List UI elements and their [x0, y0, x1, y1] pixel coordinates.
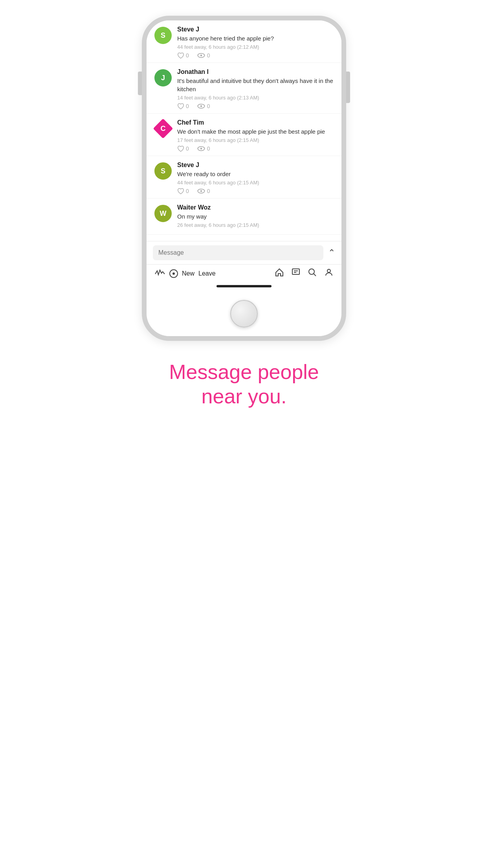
avatar: S [154, 162, 172, 180]
new-button[interactable]: New [182, 270, 194, 277]
eye-icon [197, 53, 205, 58]
svg-point-3 [200, 105, 202, 107]
svg-point-5 [200, 148, 202, 149]
table-row: J Jonathan I It's beautiful and intuitiv… [147, 63, 341, 114]
message-text: We're ready to order [177, 170, 334, 178]
message-author: Jonathan I [177, 68, 334, 75]
tagline-line1: Message people [169, 360, 319, 383]
phone-shell: S Steve J Has anyone here tried the appl… [142, 16, 346, 341]
dot-inner [172, 272, 175, 275]
heart-icon [177, 103, 184, 109]
message-author: Chef Tim [177, 119, 334, 126]
expand-button[interactable]: ⌃ [328, 248, 335, 258]
message-author: Steve J [177, 162, 334, 169]
like-action[interactable]: 0 [177, 188, 189, 194]
like-count: 0 [186, 103, 189, 109]
message-meta: 14 feet away, 6 hours ago (2:13 AM) [177, 95, 334, 101]
like-action[interactable]: 0 [177, 52, 189, 59]
view-count: 0 [207, 52, 210, 59]
svg-line-12 [314, 274, 316, 276]
message-meta: 44 feet away, 6 hours ago (2:12 AM) [177, 44, 334, 50]
like-action[interactable]: 0 [177, 103, 189, 109]
home-bar-indicator [216, 285, 272, 287]
tagline: Message people near you. [145, 360, 343, 409]
message-meta: 44 feet away, 6 hours ago (2:15 AM) [177, 180, 334, 186]
messages-list: S Steve J Has anyone here tried the appl… [147, 20, 341, 239]
heart-icon [177, 52, 184, 59]
message-meta: 26 feet away, 6 hours ago (2:15 AM) [177, 222, 334, 228]
svg-rect-8 [292, 269, 299, 274]
home-icon[interactable] [275, 268, 284, 280]
view-action: 0 [197, 52, 210, 59]
nav-right [275, 268, 334, 280]
search-icon[interactable] [308, 268, 317, 280]
message-actions: 0 0 [177, 103, 334, 109]
avatar: C [154, 120, 172, 137]
avatar: S [154, 27, 172, 44]
message-text: Has anyone here tried the apple pie? [177, 34, 334, 42]
svg-point-1 [200, 55, 202, 56]
eye-icon [197, 188, 205, 194]
message-actions: 0 0 [177, 188, 334, 194]
like-count: 0 [186, 188, 189, 194]
table-row: W Waiter Woz On my way 26 feet away, 6 h… [147, 199, 341, 235]
message-text: We don't make the most apple pie just th… [177, 127, 334, 136]
view-count: 0 [207, 103, 210, 109]
view-action: 0 [197, 188, 210, 194]
svg-point-7 [200, 190, 202, 192]
view-count: 0 [207, 145, 210, 152]
message-meta: 17 feet away, 6 hours ago (2:15 AM) [177, 137, 334, 143]
message-author: Steve J [177, 26, 334, 33]
view-count: 0 [207, 188, 210, 194]
heart-icon [177, 188, 184, 194]
message-content: Chef Tim We don't make the most apple pi… [177, 119, 334, 152]
like-action[interactable]: 0 [177, 145, 189, 152]
screen: S Steve J Has anyone here tried the appl… [147, 20, 341, 293]
message-text: On my way [177, 212, 334, 221]
tagline-line2: near you. [202, 385, 287, 408]
activity-icon[interactable] [154, 268, 165, 279]
like-count: 0 [186, 52, 189, 59]
message-content: Steve J We're ready to order 44 feet awa… [177, 162, 334, 194]
message-bar: ⌃ [147, 241, 341, 264]
table-row: C Chef Tim We don't make the most apple … [147, 114, 341, 156]
table-row: S Steve J Has anyone here tried the appl… [147, 20, 341, 63]
message-actions: 0 0 [177, 145, 334, 152]
message-content: Steve J Has anyone here tried the apple … [177, 26, 334, 59]
heart-icon [177, 145, 184, 152]
message-content: Jonathan I It's beautiful and intuitive … [177, 68, 334, 109]
eye-icon [197, 146, 205, 151]
avatar-letter: C [161, 125, 166, 133]
like-count: 0 [186, 145, 189, 152]
tagline-text: Message people near you. [169, 360, 319, 409]
svg-point-13 [327, 269, 330, 272]
leave-button[interactable]: Leave [198, 270, 216, 277]
eye-icon [197, 103, 205, 109]
svg-point-11 [309, 269, 314, 274]
message-author: Waiter Woz [177, 204, 334, 211]
nav-left: New Leave [154, 268, 216, 279]
home-button-area [147, 293, 341, 336]
view-action: 0 [197, 103, 210, 109]
message-input[interactable] [153, 245, 323, 260]
chat-icon[interactable] [291, 268, 301, 280]
phone-inner: S Steve J Has anyone here tried the appl… [147, 20, 341, 336]
table-row: S Steve J We're ready to order 44 feet a… [147, 156, 341, 199]
location-icon[interactable] [169, 269, 178, 278]
message-actions: 0 0 [177, 52, 334, 59]
home-button[interactable] [230, 300, 258, 327]
view-action: 0 [197, 145, 210, 152]
profile-icon[interactable] [324, 268, 334, 280]
avatar: J [154, 69, 172, 86]
avatar: W [154, 205, 172, 222]
message-content: Waiter Woz On my way 26 feet away, 6 hou… [177, 204, 334, 230]
message-text: It's beautiful and intuitive but they do… [177, 77, 334, 93]
bottom-nav: New Leave [147, 264, 341, 282]
